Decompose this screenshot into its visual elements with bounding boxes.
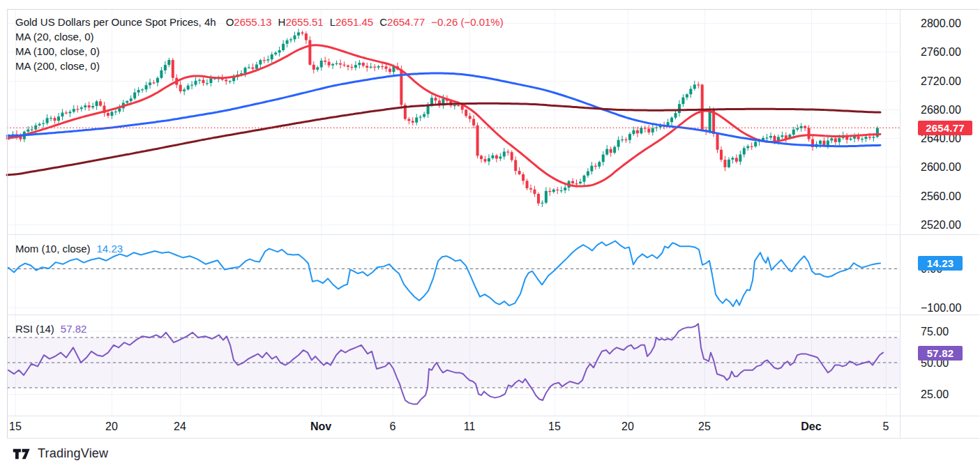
momentum-label[interactable]: Mom (10, close) bbox=[15, 243, 91, 255]
symbol-title[interactable]: Gold US Dollars per Ounce Spot Prices, 4… bbox=[15, 16, 216, 28]
axis-label: 6 bbox=[390, 420, 396, 432]
axis-label: 2560.00 bbox=[921, 190, 961, 202]
price-axis[interactable]: 2800.002760.002720.002680.002640.002600.… bbox=[921, 17, 961, 400]
chart-widget: 2800.002760.002720.002680.002640.002600.… bbox=[0, 0, 980, 470]
high-label: H bbox=[278, 16, 286, 28]
axis-label: 2800.00 bbox=[921, 17, 961, 29]
momentum-axis-badge: 14.23 bbox=[918, 256, 963, 271]
high-value: 2655.51 bbox=[285, 16, 323, 28]
rsi-panel[interactable] bbox=[7, 324, 900, 404]
axis-label: 20 bbox=[105, 420, 118, 432]
tradingview-wordmark: TradingView bbox=[38, 446, 108, 461]
close-label: C bbox=[379, 16, 387, 28]
momentum-line[interactable] bbox=[8, 241, 880, 307]
tradingview-icon bbox=[13, 448, 31, 460]
tradingview-logo[interactable]: TradingView bbox=[13, 446, 108, 461]
momentum-value: 14.23 bbox=[97, 243, 123, 255]
axis-label: 75.00 bbox=[921, 326, 949, 338]
momentum-panel[interactable] bbox=[7, 241, 900, 307]
open-value: 2655.13 bbox=[234, 16, 271, 28]
ma200-legend[interactable]: MA (200, close, 0) bbox=[15, 59, 504, 73]
axis-label: 25 bbox=[698, 420, 711, 432]
low-value: 2651.45 bbox=[336, 16, 373, 28]
rsi-label[interactable]: RSI (14) bbox=[15, 323, 54, 335]
rsi-axis-badge: 57.82 bbox=[918, 346, 963, 361]
main-legend: Gold US Dollars per Ounce Spot Prices, 4… bbox=[15, 15, 504, 73]
axis-label: 15 bbox=[548, 420, 561, 432]
axis-label: 2720.00 bbox=[921, 75, 961, 87]
momentum-legend: Mom (10, close)14.23 bbox=[15, 241, 123, 256]
last-price-badge: 2654.77 bbox=[918, 121, 972, 135]
axis-label: 2680.00 bbox=[921, 104, 961, 116]
axis-label: Dec bbox=[801, 420, 821, 432]
symbol-title-row: Gold US Dollars per Ounce Spot Prices, 4… bbox=[15, 15, 504, 29]
change-value: −0.26 (−0.01%) bbox=[431, 16, 503, 28]
axis-label: −100.00 bbox=[921, 302, 961, 314]
rsi-legend: RSI (14)57.82 bbox=[15, 321, 86, 336]
open-label: O bbox=[226, 16, 234, 28]
close-value: 2654.77 bbox=[387, 16, 425, 28]
low-label: L bbox=[330, 16, 336, 28]
axis-label: 11 bbox=[464, 420, 476, 432]
axis-label: 2600.00 bbox=[921, 161, 961, 173]
axis-label: 5 bbox=[883, 420, 889, 432]
axis-label: Nov bbox=[310, 420, 331, 432]
ma100-legend[interactable]: MA (100, close, 0) bbox=[15, 44, 504, 59]
axis-label: 20 bbox=[621, 420, 634, 432]
axis-label: 24 bbox=[174, 420, 186, 432]
axis-label: 2760.00 bbox=[921, 46, 961, 58]
axis-label: 2520.00 bbox=[921, 219, 961, 231]
ma20-legend[interactable]: MA (20, close, 0) bbox=[15, 29, 504, 44]
time-axis[interactable]: 152024Nov611152025Dec5 bbox=[9, 420, 889, 432]
axis-label: 25.00 bbox=[921, 388, 949, 400]
rsi-value: 57.82 bbox=[61, 323, 87, 335]
axis-label: 15 bbox=[9, 420, 22, 432]
